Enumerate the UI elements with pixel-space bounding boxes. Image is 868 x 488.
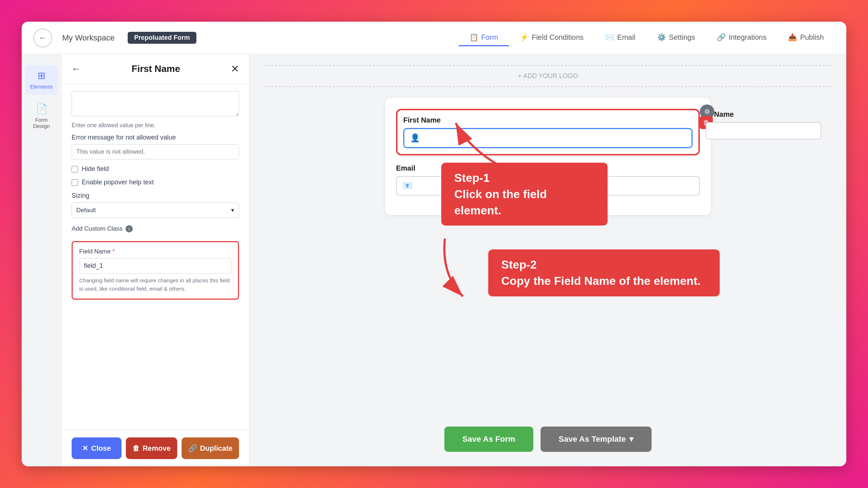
body-area: ⊞ Elements 📄 Form Design ← First Name ✕ … [22, 54, 846, 466]
save-bar: Save As Form Save As Template ▾ [444, 427, 652, 452]
popover-help-row: Enable popover help text [72, 179, 239, 186]
elements-label: Elements [30, 84, 53, 90]
settings-body: Enter one allowed value per line. Error … [61, 84, 249, 430]
sizing-chevron-icon: ▾ [231, 206, 234, 214]
hide-field-row: Hide field [72, 165, 239, 173]
right-field-float: ⚙ 🗑 st Name [706, 110, 821, 140]
elements-icon: ⊞ [38, 70, 46, 81]
main-container: ← My Workspace Prepoluated Form 📋 Form ⚡… [22, 22, 846, 466]
step1-title: Step-1 [454, 170, 595, 186]
top-nav: ← My Workspace Prepoluated Form 📋 Form ⚡… [22, 22, 846, 54]
field-name-hint: Changing field name will require changes… [79, 277, 231, 293]
remove-action-label: Remove [142, 444, 171, 453]
allowed-values-hint: Enter one allowed value per line. [72, 122, 239, 129]
tab-form[interactable]: 📋 Form [459, 29, 509, 46]
workspace-label: My Workspace [62, 33, 115, 43]
save-as-template-button[interactable]: Save As Template ▾ [541, 427, 652, 452]
settings-close-button[interactable]: ✕ [231, 63, 239, 75]
settings-tab-label: Settings [669, 33, 695, 42]
form-tab-icon: 📋 [469, 33, 478, 42]
close-action-button[interactable]: ✕ Close [72, 437, 122, 459]
tab-publish[interactable]: 📤 Publish [777, 29, 835, 46]
step1-body: Click on the field element. [454, 186, 595, 219]
sizing-value: Default [76, 207, 96, 214]
logo-bar[interactable]: + ADD YOUR LOGO [264, 65, 832, 87]
save-as-form-label: Save As Form [463, 435, 515, 444]
icon-sidebar: ⊞ Elements 📄 Form Design [22, 54, 61, 466]
email-field-icon: 📧 [403, 181, 412, 191]
field-name-box: Field Name * Changing field name will re… [72, 241, 239, 300]
save-as-form-button[interactable]: Save As Form [444, 427, 533, 452]
publish-tab-icon: 📤 [788, 33, 797, 42]
settings-title: First Name [132, 63, 180, 74]
sizing-select[interactable]: Default ▾ [72, 202, 239, 218]
form-tab-label: Form [481, 33, 498, 42]
settings-tab-icon: ⚙️ [657, 33, 666, 42]
email-tab-icon: ✉️ [605, 33, 614, 42]
custom-class-label: Add Custom Class [72, 225, 123, 232]
allowed-values-textarea[interactable] [72, 91, 239, 116]
popover-help-checkbox[interactable] [72, 179, 78, 186]
custom-class-info-icon: i [125, 225, 133, 232]
tab-integrations[interactable]: 🔗 Integrations [706, 29, 778, 46]
sidebar-item-elements[interactable]: ⊞ Elements [25, 65, 58, 95]
nav-tabs: 📋 Form ⚡ Field Conditions ✉️ Email ⚙️ Se… [459, 29, 835, 46]
save-as-template-label: Save As Template [559, 435, 626, 444]
popover-help-label: Enable popover help text [82, 179, 154, 186]
close-action-icon: ✕ [82, 444, 88, 453]
tab-email[interactable]: ✉️ Email [595, 29, 646, 46]
hide-field-label: Hide field [82, 165, 109, 173]
step2-body: Copy the Field Name of the element. [501, 273, 707, 289]
settings-panel: ← First Name ✕ Enter one allowed value p… [61, 54, 250, 466]
nav-back-button[interactable]: ← [33, 29, 52, 47]
field-conditions-tab-label: Field Conditions [532, 33, 583, 42]
save-template-chevron-icon: ▾ [629, 435, 633, 444]
remove-action-icon: 🗑 [132, 444, 140, 453]
sidebar-item-form-design[interactable]: 📄 Form Design [25, 98, 58, 134]
integrations-tab-label: Integrations [729, 33, 767, 42]
error-message-label: Error message for not allowed value [72, 134, 239, 141]
integrations-tab-icon: 🔗 [717, 33, 726, 42]
action-buttons: ✕ Close 🗑 Remove 🔗 Duplicate [61, 430, 249, 466]
custom-class-row: Add Custom Class i [72, 225, 239, 232]
sizing-label: Sizing [72, 192, 239, 200]
right-field-input[interactable] [712, 127, 815, 134]
step1-annotation-box: Step-1 Click on the field element. [441, 163, 608, 226]
add-logo-text: + ADD YOUR LOGO [518, 72, 578, 80]
email-tab-label: Email [617, 33, 635, 42]
right-field-input-wrap [706, 122, 821, 140]
step2-title: Step-2 [501, 257, 707, 273]
hide-field-checkbox[interactable] [72, 166, 78, 172]
back-icon: ← [39, 33, 47, 43]
form-design-icon: 📄 [36, 103, 47, 115]
settings-back-button[interactable]: ← [72, 63, 81, 74]
duplicate-action-button[interactable]: 🔗 Duplicate [182, 437, 239, 459]
field-name-label: Field Name * [79, 248, 231, 255]
field-name-input[interactable] [79, 258, 231, 274]
tab-settings[interactable]: ⚙️ Settings [646, 29, 706, 46]
duplicate-action-label: Duplicate [200, 444, 233, 453]
form-design-label: Form Design [30, 117, 54, 129]
prepopulated-form-badge: Prepoluated Form [128, 32, 196, 44]
duplicate-action-icon: 🔗 [188, 444, 197, 453]
field-name-required: * [112, 248, 115, 255]
remove-action-button[interactable]: 🗑 Remove [126, 437, 177, 459]
error-message-input[interactable] [72, 144, 239, 159]
publish-tab-label: Publish [800, 33, 824, 42]
settings-header: ← First Name ✕ [61, 54, 249, 84]
right-field-label: st Name [706, 110, 821, 119]
step2-annotation-box: Step-2 Copy the Field Name of the elemen… [488, 249, 720, 296]
main-canvas: + ADD YOUR LOGO First Name 👤 ⚙ 🗑 st Name [250, 54, 846, 466]
tab-field-conditions[interactable]: ⚡ Field Conditions [509, 29, 594, 46]
field-conditions-tab-icon: ⚡ [520, 33, 529, 42]
first-name-field-icon: 👤 [410, 133, 420, 143]
close-action-label: Close [91, 444, 111, 453]
